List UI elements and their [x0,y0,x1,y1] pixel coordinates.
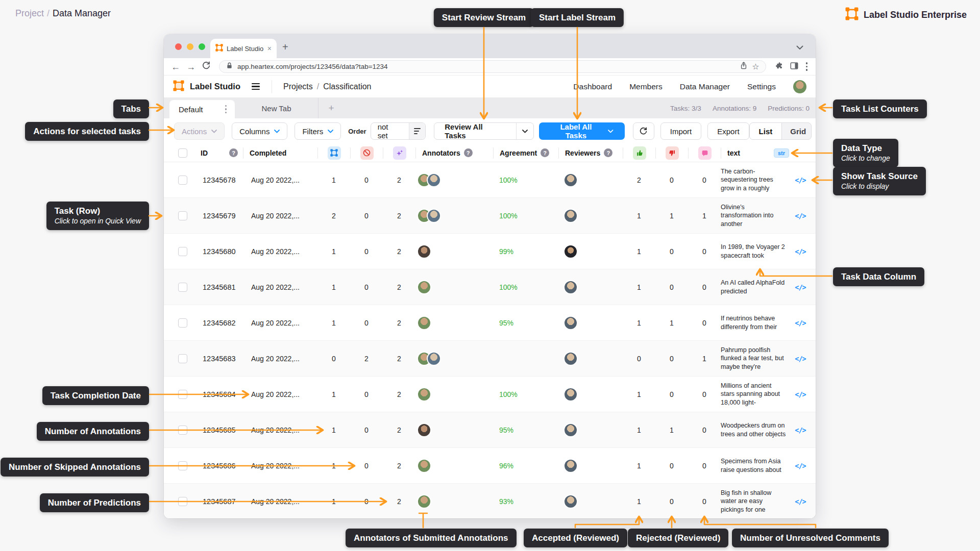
column-completed[interactable]: Completed [243,147,317,159]
breadcrumb-projects[interactable]: Projects [283,82,313,91]
side-panel-icon[interactable] [790,61,799,72]
task-row[interactable]: 12345682 Aug 20 2022,... 1 0 2 95% 1 1 0… [164,305,816,341]
close-tab-icon[interactable]: × [267,44,272,53]
maximize-window-icon[interactable] [199,43,205,50]
sort-order-icon[interactable] [409,123,425,139]
column-id[interactable]: ID [197,147,243,159]
filters-dropdown[interactable]: Filters [295,122,341,140]
show-source-icon[interactable]: </> [795,355,805,363]
show-source-icon[interactable]: </> [795,319,805,327]
address-bar[interactable]: app.heartex.com/projects/123456/data?tab… [219,60,766,73]
grid-view-button[interactable]: Grid [782,123,812,139]
review-all-tasks-button[interactable]: Review All Tasks [434,122,533,140]
help-icon[interactable] [541,148,549,157]
column-rejected[interactable] [655,147,688,159]
share-icon[interactable] [740,61,748,72]
help-icon[interactable] [604,148,612,157]
task-row[interactable]: 12345678 Aug 20 2022,... 1 0 2 100% 2 0 … [164,162,816,198]
row-checkbox[interactable] [178,461,187,470]
show-source-icon[interactable]: </> [795,176,805,184]
data-type-badge[interactable]: str [774,148,789,158]
chevron-down-icon [211,130,217,133]
row-checkbox[interactable] [178,211,187,220]
tab-default[interactable]: Default [169,100,235,118]
reload-icon[interactable] [202,61,211,72]
nav-settings[interactable]: Settings [747,82,776,91]
list-view-button[interactable]: List [750,123,782,139]
show-source-icon[interactable]: </> [795,462,805,470]
import-button[interactable]: Import [660,122,702,140]
select-all-checkbox[interactable] [178,148,187,158]
task-row[interactable]: 12345687 Aug 20 2022,... 1 0 2 93% 1 0 0… [164,484,816,518]
row-checkbox[interactable] [178,354,187,363]
row-checkbox[interactable] [178,247,187,256]
hamburger-menu-icon[interactable] [250,82,261,92]
window-controls[interactable] [175,43,205,50]
review-options-chevron-icon[interactable] [516,123,533,139]
browser-tab[interactable]: Label Studio × [210,39,277,58]
nav-dashboard[interactable]: Dashboard [573,82,612,91]
task-row[interactable]: 12345680 Aug 20 2022,... 1 0 2 99% 1 0 0… [164,234,816,269]
task-row[interactable]: 12345686 Aug 20 2022,... 1 0 2 96% 1 0 0… [164,448,816,484]
chevron-down-icon[interactable] [796,43,803,52]
task-row[interactable]: 12345683 Aug 20 2022,... 0 2 2 0 0 1 Pah… [164,341,816,377]
user-avatar[interactable] [793,80,806,93]
column-comments[interactable] [688,147,721,159]
show-source-icon[interactable]: </> [795,426,805,434]
row-checkbox[interactable] [178,283,187,292]
help-icon[interactable] [464,148,473,157]
annotator-avatars [415,459,493,473]
app-logo-text[interactable]: Label Studio [190,82,240,91]
column-annotations[interactable] [317,147,350,159]
show-source-icon[interactable]: </> [795,247,805,256]
column-agreement[interactable]: Agreement [493,147,558,159]
callout-data-type: Data TypeClick to change [833,139,898,167]
minimize-window-icon[interactable] [187,43,193,50]
column-accepted[interactable] [623,147,655,159]
column-skipped[interactable] [350,147,383,159]
comments-count: 0 [688,283,721,291]
column-annotators[interactable]: Annotators [415,147,493,159]
task-row[interactable]: 12345681 Aug 20 2022,... 1 0 2 100% 1 0 … [164,269,816,305]
refresh-button[interactable] [633,122,654,140]
column-predictions[interactable] [383,147,415,159]
column-reviewers[interactable]: Reviewers [558,147,623,159]
nav-members[interactable]: Members [629,82,663,91]
tab-options-kebab-icon[interactable] [224,104,228,115]
export-button[interactable]: Export [707,122,749,140]
annotations-count: 1 [317,462,350,470]
row-checkbox[interactable] [178,425,187,435]
show-source-icon[interactable]: </> [795,497,805,506]
back-icon[interactable]: ← [171,62,180,71]
row-checkbox[interactable] [178,497,187,506]
show-source-icon[interactable]: </> [795,283,805,291]
task-row[interactable]: 12345679 Aug 20 2022,... 2 0 2 100% 1 1 … [164,198,816,234]
show-source-icon[interactable]: </> [795,390,805,398]
task-row[interactable]: 12345684 Aug 20 2022,... 1 0 2 100% 1 0 … [164,377,816,412]
nav-data-manager[interactable]: Data Manager [680,82,730,91]
row-checkbox[interactable] [178,390,187,399]
avatar-reviewer-male-1 [564,494,578,509]
tab-new-tab[interactable]: New Tab [235,98,318,118]
url-text[interactable]: app.heartex.com/projects/123456/data?tab… [237,63,736,70]
task-row[interactable]: 12345685 Aug 20 2022,... 1 0 2 95% 1 1 0… [164,412,816,448]
breadcrumb-section[interactable]: Project [15,8,44,18]
new-browser-tab-button[interactable]: + [282,41,288,53]
extensions-puzzle-icon[interactable] [774,61,783,72]
row-checkbox[interactable] [178,176,187,185]
browser-menu-kebab-icon[interactable] [805,61,809,72]
order-selector[interactable]: not set [371,122,426,140]
bookmark-star-icon[interactable]: ☆ [752,62,759,71]
column-text[interactable]: textstr [721,147,789,159]
accepted-count: 2 [623,176,655,184]
add-tab-button[interactable]: + [318,98,344,118]
show-source-icon[interactable]: </> [795,212,805,220]
forward-icon[interactable]: → [186,62,195,71]
close-window-icon[interactable] [175,43,182,50]
help-icon[interactable] [229,148,238,157]
row-checkbox[interactable] [178,318,187,328]
columns-dropdown[interactable]: Columns [232,122,287,140]
label-all-tasks-button[interactable]: Label All Tasks [539,122,625,140]
actions-dropdown[interactable]: Actions [174,122,225,140]
chevron-down-icon [328,130,333,133]
